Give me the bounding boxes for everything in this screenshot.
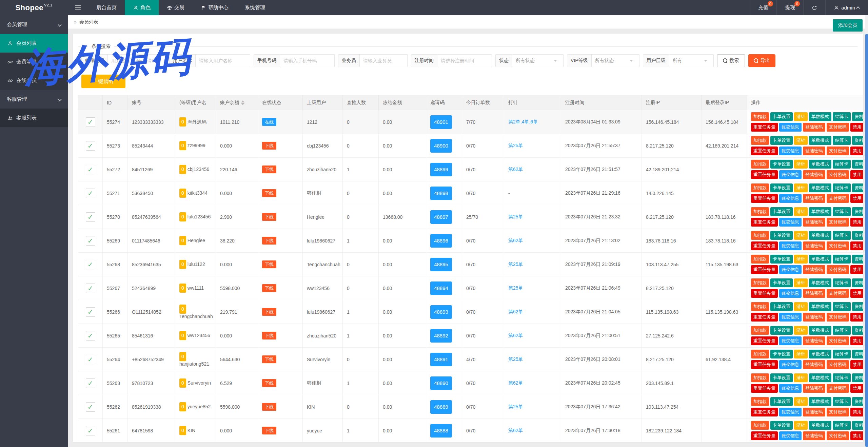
regtime-input[interactable] (437, 55, 492, 67)
action-button[interactable]: 重置任务量 (751, 313, 778, 322)
scrollbar-thumb[interactable] (865, 34, 868, 447)
inject-link[interactable]: 第62单 (508, 167, 523, 172)
action-button[interactable]: 加扣款 (751, 302, 769, 311)
action-button[interactable]: 资料 (852, 421, 863, 430)
action-button[interactable]: 清针 (794, 373, 808, 382)
action-button[interactable]: 结算卡 (833, 183, 851, 192)
export-button[interactable]: 导出 (748, 54, 775, 67)
action-button[interactable]: 结算卡 (833, 326, 851, 335)
action-button[interactable]: 加扣款 (751, 160, 769, 169)
agent-input[interactable] (360, 55, 407, 67)
action-button[interactable]: 单数模式 (809, 373, 831, 382)
action-button[interactable]: 禁用 (850, 360, 863, 369)
action-button[interactable]: 登陆密码 (803, 265, 825, 274)
row-checkbox[interactable]: ✓ (86, 236, 95, 246)
action-button[interactable]: 支付密码 (827, 218, 849, 227)
action-button[interactable]: 清针 (794, 421, 808, 430)
action-button[interactable]: 账变信息 (779, 265, 802, 274)
action-button[interactable]: 支付密码 (827, 336, 849, 345)
action-button[interactable]: 加扣款 (751, 231, 769, 240)
action-button[interactable]: 资料 (852, 255, 863, 264)
action-button[interactable]: 清针 (794, 350, 808, 358)
action-button[interactable]: 登陆密码 (803, 170, 825, 179)
action-button[interactable]: 单数模式 (809, 207, 831, 216)
action-button[interactable]: 清针 (794, 278, 808, 287)
row-checkbox[interactable]: ✓ (86, 189, 95, 198)
action-button[interactable]: 登陆密码 (803, 289, 825, 298)
action-button[interactable]: 加扣款 (751, 112, 769, 121)
action-button[interactable]: 登陆密码 (803, 241, 825, 250)
action-button[interactable]: 登陆密码 (803, 431, 825, 440)
action-button[interactable]: 支付密码 (827, 265, 849, 274)
action-button[interactable]: 支付密码 (827, 194, 849, 203)
action-button[interactable]: 加扣款 (751, 373, 769, 382)
clear-inject-button[interactable]: 一键清针 (81, 75, 125, 88)
action-button[interactable]: 单数模式 (809, 326, 831, 335)
username-input[interactable] (196, 55, 250, 67)
action-button[interactable]: 登陆密码 (803, 313, 825, 322)
action-button[interactable]: 单数模式 (809, 231, 831, 240)
search-button[interactable]: 搜索 (717, 54, 745, 67)
invite-code-button[interactable]: 48890 (430, 376, 452, 390)
action-button[interactable]: 单数模式 (809, 397, 831, 406)
action-button[interactable]: 账变信息 (779, 194, 802, 203)
action-button[interactable]: 支付密码 (827, 408, 849, 416)
row-checkbox[interactable]: ✓ (86, 165, 95, 174)
action-button[interactable]: 卡单设置 (770, 160, 793, 169)
action-button[interactable]: 加扣款 (751, 183, 769, 192)
action-button[interactable]: 结算卡 (833, 373, 851, 382)
action-button[interactable]: 加扣款 (751, 207, 769, 216)
action-button[interactable]: 资料 (852, 397, 863, 406)
action-button[interactable]: 清针 (794, 160, 808, 169)
action-button[interactable]: 登陆密码 (803, 147, 825, 155)
row-checkbox[interactable]: ✓ (86, 284, 95, 293)
vip-select[interactable]: 所有状态 (592, 55, 639, 67)
action-button[interactable]: 资料 (852, 207, 863, 216)
invite-code-button[interactable]: 48900 (430, 139, 452, 153)
action-button[interactable]: 支付密码 (827, 289, 849, 298)
action-button[interactable]: 卡单设置 (770, 255, 793, 264)
action-button[interactable]: 账变信息 (779, 336, 802, 345)
action-button[interactable]: 卡单设置 (770, 136, 793, 145)
top-menu-trade[interactable]: 交易 (159, 0, 193, 15)
action-button[interactable]: 卡单设置 (770, 112, 793, 121)
action-button[interactable]: 登陆密码 (803, 384, 825, 393)
action-button[interactable]: 账变信息 (779, 360, 802, 369)
action-button[interactable]: 单数模式 (809, 302, 831, 311)
invite-code-button[interactable]: 48899 (430, 163, 452, 176)
action-button[interactable]: 重置任务量 (751, 147, 778, 155)
user-menu[interactable]: admin (825, 0, 868, 15)
inject-link[interactable]: 第62单 (508, 333, 523, 338)
action-button[interactable]: 支付密码 (827, 431, 849, 440)
phone-input[interactable] (280, 55, 334, 67)
row-checkbox[interactable]: ✓ (86, 355, 95, 364)
inject-link[interactable]: 第2单,4单,6单 (508, 119, 538, 124)
action-button[interactable]: 账变信息 (779, 147, 802, 155)
invite-code-button[interactable]: 48895 (430, 258, 452, 271)
action-button[interactable]: 支付密码 (827, 384, 849, 393)
sidebar-item-online-members[interactable]: 在线会员 (0, 71, 68, 90)
action-button[interactable]: 加扣款 (751, 350, 769, 358)
action-button[interactable]: 加扣款 (751, 136, 769, 145)
invite-code-button[interactable]: 48897 (430, 210, 452, 224)
action-button[interactable]: 支付密码 (827, 123, 849, 132)
sidebar-item-member-level[interactable]: 会员等级 (0, 53, 68, 71)
layer-select[interactable]: 所有 (669, 55, 713, 67)
action-button[interactable]: 重置任务量 (751, 431, 778, 440)
action-button[interactable]: 资料 (852, 136, 863, 145)
action-button[interactable]: 清针 (794, 207, 808, 216)
row-checkbox[interactable]: ✓ (86, 307, 95, 317)
action-button[interactable]: 账变信息 (779, 170, 802, 179)
action-button[interactable]: 重置任务量 (751, 265, 778, 274)
action-button[interactable]: 资料 (852, 350, 863, 358)
invite-code-button[interactable]: 48892 (430, 329, 452, 343)
action-button[interactable]: 账变信息 (779, 123, 802, 132)
action-button[interactable]: 加扣款 (751, 397, 769, 406)
action-button[interactable]: 单数模式 (809, 183, 831, 192)
action-button[interactable]: 禁用 (850, 289, 863, 298)
action-button[interactable]: 加扣款 (751, 421, 769, 430)
action-button[interactable]: 禁用 (850, 265, 863, 274)
scrollbar-track[interactable] (865, 15, 868, 447)
action-button[interactable]: 卡单设置 (770, 326, 793, 335)
action-button[interactable]: 加扣款 (751, 278, 769, 287)
